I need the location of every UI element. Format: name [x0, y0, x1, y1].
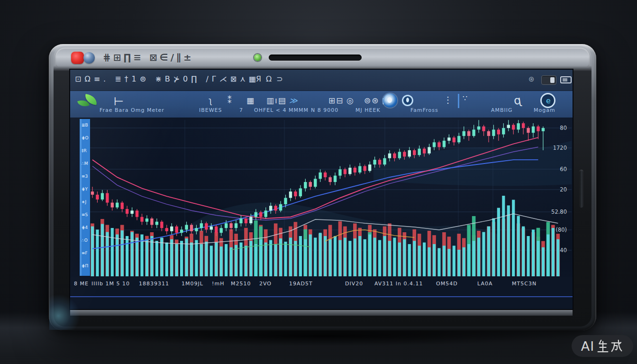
bottom-bezel-strip	[70, 310, 573, 316]
gear-icon[interactable]: ⊛	[528, 75, 535, 83]
svg-text:1M09JL: 1M09JL	[182, 281, 203, 287]
svg-text:DIV20: DIV20	[345, 281, 363, 287]
rings-icon[interactable]: ⊚⊛	[364, 96, 380, 105]
svg-text:∴M: ∴M	[82, 161, 88, 166]
watermark-text: AI	[581, 339, 594, 354]
svg-text:80: 80	[560, 125, 567, 131]
svg-text:(80): (80)	[555, 227, 567, 233]
svg-text:AV311 In 0.4.11: AV311 In 0.4.11	[374, 281, 423, 287]
candlestick-chart[interactable]: ≣B⋕O‡R∴M≡3⋕Y∗J≡S⋕4∴O≡F⋕П801720602052.80(…	[70, 118, 573, 309]
svg-text:≡S: ≡S	[82, 212, 88, 217]
svg-text:LA0A: LA0A	[477, 281, 492, 287]
svg-text:8 ME: 8 ME	[74, 281, 89, 287]
svg-text:∗J: ∗J	[82, 200, 86, 204]
screen: ⊡Ω≡. ≣†1⊚ ⋇Β⊁0∏ ∕Γ⋌⊠⋏▦ ЯΩ⊃ ⊛ ⊢ ʅ⁑▦▥ı▤≫⊞⊟…	[70, 70, 573, 309]
battery-icon	[541, 75, 556, 85]
divider-dots-icon[interactable]: ∵	[458, 94, 467, 108]
toolbar-label[interactable]: FamFross	[410, 107, 438, 113]
svg-text:40: 40	[560, 247, 567, 254]
primary-circle-button[interactable]	[383, 93, 397, 108]
tablet-device: ⋕⊞∏≡ ⊠∈/∥± ⊡Ω≡. ≣†1⊚ ⋇Β⊁0∏ ∕Γ⋌⊠⋏▦ ЯΩ⊃ ⊛ …	[49, 44, 596, 330]
svg-text:⋕O: ⋕O	[82, 136, 89, 140]
app-title: ⋕⊞∏≡ ⊠∈/∥±	[103, 52, 194, 63]
svg-text:MT5C3N: MT5C3N	[512, 281, 537, 287]
toolbar-label[interactable]: N 8 9000	[311, 107, 338, 113]
globe-logo-icon	[83, 52, 95, 64]
svg-text:∴O: ∴O	[82, 238, 88, 243]
toolbar-label[interactable]: OHFEL < 4 MMMM	[254, 107, 309, 113]
app-logo-red	[71, 52, 84, 64]
speaker-slot	[269, 55, 362, 61]
sparkle-icon[interactable]: ⁑	[228, 96, 233, 105]
svg-text:‡R: ‡R	[82, 148, 87, 153]
watermark-cjk-glyphs	[596, 339, 624, 353]
toolbar-label[interactable]: IBEWES	[199, 107, 222, 113]
grid-pair-icon[interactable]: ⊞⊟	[328, 96, 344, 105]
hook-tool-icon[interactable]: ɋ	[513, 93, 522, 108]
svg-text:20: 20	[560, 186, 567, 193]
menu-bar[interactable]: ⊡Ω≡. ≣†1⊚ ⋇Β⊁0∏ ∕Γ⋌⊠⋏▦ ЯΩ⊃ ⊛	[70, 70, 573, 91]
secondary-circle-button[interactable]	[402, 95, 413, 106]
svg-text:⋕4: ⋕4	[82, 225, 88, 230]
leaf-logo-icon	[78, 94, 99, 109]
toolbar-label[interactable]: MJ HEEK	[355, 107, 381, 113]
menu-items-left[interactable]: ⊡Ω≡. ≣†1⊚ ⋇Β⊁0∏ ∕Γ⋌⊠⋏▦	[75, 74, 259, 83]
svg-text:OM54D: OM54D	[436, 281, 458, 287]
svg-text:≡F: ≡F	[82, 251, 88, 255]
target-icon[interactable]: ◎	[346, 96, 355, 105]
menu-items-mid[interactable]: ЯΩ⊃	[256, 74, 288, 83]
display-icon[interactable]	[560, 76, 572, 83]
svg-text:2VO: 2VO	[259, 281, 272, 287]
toolbar-label[interactable]: Mogam	[534, 107, 555, 113]
device-titlebar: ⋕⊞∏≡ ⊠∈/∥±	[55, 48, 590, 68]
svg-text:1720: 1720	[553, 145, 567, 151]
account-badge-icon[interactable]	[540, 93, 555, 108]
toolbar-label[interactable]: AMBIIG	[491, 107, 513, 113]
svg-text:!mH: !mH	[212, 281, 224, 287]
panels-icon[interactable]: ▥ı▤	[266, 96, 287, 105]
tee-tool-icon[interactable]: ⊢	[114, 95, 124, 108]
signal-icon[interactable]: ≫	[289, 96, 299, 105]
svg-text:52.80: 52.80	[551, 209, 567, 215]
svg-text:⋕Y: ⋕Y	[82, 187, 88, 191]
more-options-icon[interactable]: ⋮	[444, 95, 452, 105]
toolbar-label[interactable]: Frae Bara Omg Meter	[100, 107, 164, 113]
building-icon[interactable]: ▦	[246, 96, 255, 105]
hand-cursor-icon[interactable]: ʅ	[209, 96, 213, 105]
tool-bar: ⊢ ʅ⁑▦▥ı▤≫⊞⊟◎⊚⊛▤⁝ ⋮ ∵ ɋ Frae Bara Omg Met…	[70, 91, 573, 118]
svg-text:18839311: 18839311	[139, 281, 169, 287]
svg-text:M2510: M2510	[231, 281, 251, 287]
svg-text:⋕П: ⋕П	[82, 264, 88, 268]
svg-text:≡3: ≡3	[82, 174, 88, 179]
svg-text:60: 60	[560, 166, 567, 173]
power-button[interactable]	[579, 170, 583, 208]
toolbar-label[interactable]: 7	[239, 107, 243, 113]
svg-text:≣B: ≣B	[82, 123, 88, 127]
ai-watermark: AI	[572, 335, 633, 357]
svg-text:IIIIb 1M 5 10: IIIIb 1M 5 10	[91, 281, 130, 287]
camera-dot	[254, 54, 261, 61]
svg-text:19AD5T: 19AD5T	[289, 281, 313, 287]
chart-canvas[interactable]: ≣B⋕O‡R∴M≡3⋕Y∗J≡S⋕4∴O≡F⋕П801720602052.80(…	[70, 118, 573, 309]
